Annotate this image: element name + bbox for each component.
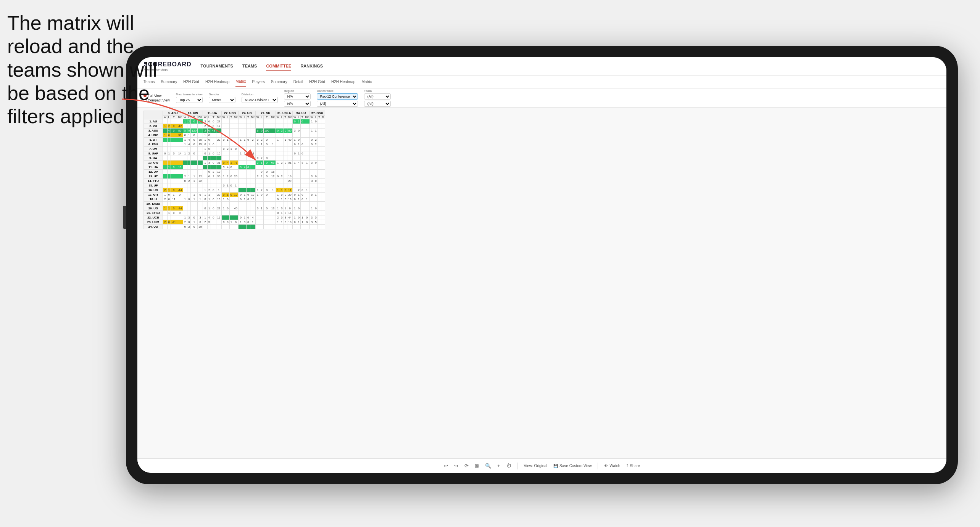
col-ucla: 31. UCLA	[276, 111, 293, 116]
share-icon: ⤴	[626, 464, 628, 468]
sub-w6: W	[255, 116, 260, 119]
zoom-fit-button[interactable]: ⊠	[475, 463, 479, 469]
max-teams-select[interactable]: Top 25 Top 50	[176, 97, 203, 103]
sub-w3: W	[203, 116, 208, 119]
table-row: 5. UT 14035 1022 010 1102 020 1140 10 02	[144, 138, 325, 142]
sub-w4: W	[221, 116, 226, 119]
division-filter: Division NCAA Division I	[242, 93, 278, 103]
save-icon: 💾	[553, 464, 558, 468]
row-label: 13. UT	[144, 174, 163, 179]
row-label: 9. UA	[144, 156, 163, 161]
undo-button[interactable]: ↩	[444, 463, 448, 469]
conference-select[interactable]: Pac-12 Conference (All)	[317, 93, 358, 100]
sub-l6: L	[260, 116, 263, 119]
refresh-icon: ⟳	[464, 463, 469, 469]
watch-button[interactable]: 👁 Watch	[604, 464, 620, 468]
nav-rankings[interactable]: RANKINGS	[300, 62, 323, 71]
main-nav: TOURNAMENTS TEAMS COMMITTEE RANKINGS	[201, 62, 323, 71]
subnav-players[interactable]: Players	[252, 77, 265, 86]
save-custom-button[interactable]: 💾 Save Custom View	[553, 464, 592, 468]
row-label: 17. GIT	[144, 193, 163, 197]
search-button[interactable]: 🔍	[485, 463, 491, 469]
sub-w9: W	[309, 116, 314, 119]
view-original-button[interactable]: View: Original	[524, 464, 548, 468]
refresh-button[interactable]: ⟳	[464, 463, 469, 469]
col-uo: 24. UO	[239, 111, 256, 116]
table-row: 3. ASU 4080 50120 2048 60160 02080 30 11	[144, 129, 325, 133]
share-label: Share	[630, 464, 640, 468]
max-teams-label: Max teams in view	[176, 93, 203, 96]
col-ucb: 22. UCB	[221, 111, 239, 116]
row-label: 4. UNC	[144, 133, 163, 138]
annotation-text: The matrix will reload and the teams sho…	[7, 11, 168, 129]
region-select[interactable]: N/A	[284, 93, 311, 100]
conference-filter: Conference Pac-12 Conference (All) (All)	[317, 89, 358, 107]
row-label: 24. UO	[144, 225, 163, 229]
subnav-detail[interactable]: Detail	[293, 77, 303, 86]
sub-dif2: Dif	[197, 116, 203, 119]
table-row: 11. UA 1010 340 340	[144, 165, 325, 170]
add-button[interactable]: +	[497, 463, 500, 469]
team-label: Team	[364, 89, 391, 93]
col-uw: 10. UW	[183, 111, 203, 116]
row-label: 22. UCB	[144, 215, 163, 220]
sub-l5: L	[243, 116, 247, 119]
sub-l7: L	[280, 116, 284, 119]
table-row: 12. UV 0210 0015	[144, 170, 325, 174]
nav-teams[interactable]: TEAMS	[242, 62, 257, 71]
nav-tournaments[interactable]: TOURNAMENTS	[201, 62, 233, 71]
sub-t: T	[171, 116, 177, 119]
share-button[interactable]: ⤴ Share	[626, 464, 640, 468]
sub-w2: W	[183, 116, 187, 119]
sub-dif7: Dif	[287, 116, 292, 119]
timer-button[interactable]: ⏱	[506, 463, 511, 469]
redo-button[interactable]: ↪	[454, 463, 458, 469]
team-select[interactable]: (All)	[364, 93, 391, 100]
col-su: 27. SU	[255, 111, 276, 116]
subnav-matrix[interactable]: Matrix	[235, 77, 246, 87]
bottom-toolbar: ↩ ↪ ⟳ ⊠ 🔍 + ⏱	[137, 458, 946, 473]
filter-bar: Full View Compact View Max teams in view…	[137, 88, 946, 108]
separator	[517, 463, 518, 469]
sub-l2: L	[187, 116, 191, 119]
table-row: 15. UF 0101	[144, 183, 325, 188]
sub-nav: Teams Summary H2H Grid H2H Heatmap Matri…	[137, 76, 946, 88]
sub-dif: Dif	[177, 116, 183, 119]
sub-dif6: Dif	[270, 116, 276, 119]
nav-committee[interactable]: COMMITTEE	[266, 62, 291, 71]
redo-icon: ↪	[454, 463, 458, 469]
sub-l: L	[167, 116, 171, 119]
sub-l9: L	[314, 116, 318, 119]
table-row: 7. UM 10 0210	[144, 147, 325, 151]
matrix-area[interactable]: 3. ASU 10. UW 11. UA 22. UCB 24. UO 27. …	[137, 108, 946, 458]
watch-label: Watch	[609, 464, 620, 468]
table-row: 23. UNM 20-21 2010 25 0010 1001 11018 01…	[144, 220, 325, 225]
subnav-matrix2[interactable]: Matrix	[361, 77, 372, 86]
table-row: 19. TAMU	[144, 202, 325, 206]
table-row: 1. AU 1200 20027 010 10	[144, 119, 325, 124]
row-label: 19. TAMU	[144, 202, 163, 206]
gender-label: Gender	[209, 93, 235, 96]
subnav-h2h-grid[interactable]: H2H Grid	[183, 77, 199, 86]
side-button	[123, 206, 126, 229]
table-row: 6. FSU 14035 010 0101 010 02	[144, 142, 325, 147]
sub-t2: T	[191, 116, 198, 119]
table-row: 14. TTU 02122 29 30	[144, 179, 325, 183]
save-custom-label: Save Custom View	[559, 464, 592, 468]
subnav-summary2[interactable]: Summary	[271, 77, 287, 86]
sub-w5: W	[239, 116, 243, 119]
sub-t7: T	[284, 116, 287, 119]
add-icon: +	[497, 463, 500, 469]
row-label: 6. FSU	[144, 142, 163, 147]
subnav-h2h-heatmap[interactable]: H2H Heatmap	[205, 77, 229, 86]
row-label: 11. UA	[144, 165, 163, 170]
sub-t9: T	[318, 116, 321, 119]
team-select2[interactable]: (All)	[364, 101, 391, 107]
division-select[interactable]: NCAA Division I	[242, 97, 278, 103]
gender-select[interactable]: Men's Women's	[209, 97, 235, 103]
row-label: 18. U	[144, 197, 163, 202]
region-select2[interactable]: N/A	[284, 101, 311, 107]
conference-select2[interactable]: (All)	[317, 101, 358, 107]
subnav-h2h-heatmap2[interactable]: H2H Heatmap	[331, 77, 355, 86]
subnav-h2h-grid2[interactable]: H2H Grid	[309, 77, 325, 86]
